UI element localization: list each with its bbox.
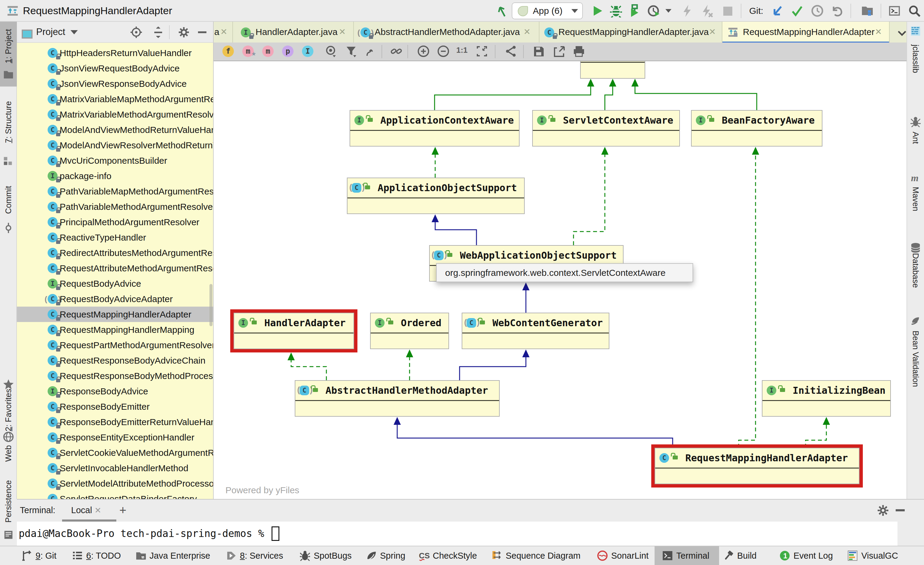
panel-editor-divider[interactable] [213, 22, 214, 499]
status-item-spring[interactable]: Spring [362, 546, 412, 565]
implements-edge[interactable] [739, 153, 756, 448]
status-item-build[interactable]: Build [718, 546, 765, 565]
implements-edge[interactable] [291, 359, 326, 380]
project-item-ServletCookieValueMethodArgumentResolver[interactable]: CServletCookieValueMethodArgumentResolve… [17, 445, 214, 460]
extends-interface-edge[interactable] [605, 85, 613, 110]
profiler-chevron-icon[interactable] [665, 9, 672, 13]
project-item-RequestMappingHandlerMapping[interactable]: CRequestMappingHandlerMapping [17, 322, 214, 337]
run-with-coverage-button[interactable] [628, 4, 641, 18]
link-icon[interactable] [390, 45, 403, 57]
show-methods-icon[interactable]: m [262, 45, 274, 57]
diagram-node-RequestMappingHandlerAdapter[interactable]: CRequestMappingHandlerAdapter [655, 448, 860, 484]
close-icon[interactable]: ✕ [524, 22, 530, 42]
navigate-back-icon[interactable] [496, 4, 509, 18]
project-item-ReactiveTypeHandler[interactable]: CReactiveTypeHandler [17, 230, 214, 245]
status-item-spotbugs[interactable]: SpotBugs [295, 546, 356, 565]
editor-tab-RequestMappingHandlerAdapter[interactable]: RequestMappingHandlerAdapter✕ [722, 22, 890, 44]
close-icon[interactable]: ✕ [875, 22, 882, 42]
project-item-MatrixVariableMapMethodArgumentResolver[interactable]: CMatrixVariableMapMethodArgumentResolver [17, 91, 214, 107]
edge-routing-icon[interactable] [364, 45, 377, 57]
search-everywhere-icon[interactable] [908, 4, 921, 18]
history-button[interactable] [811, 4, 824, 18]
project-item-RequestPartMethodArgumentResolver[interactable]: CRequestPartMethodArgumentResolver [17, 337, 214, 353]
status-item-java-enterprise[interactable]: EEJava Enterprise [131, 546, 223, 565]
extends-edge[interactable] [435, 221, 477, 245]
implements-edge[interactable] [573, 153, 605, 245]
project-item-ServletModelAttributeMethodProcessor[interactable]: CServletModelAttributeMethodProcessor [17, 476, 214, 491]
project-item-MvcUriComponentsBuilder[interactable]: CMvcUriComponentsBuilder [17, 153, 214, 168]
status-item--todo[interactable]: 6: TODO [68, 546, 123, 565]
panel-scrollbar-thumb[interactable] [210, 284, 213, 326]
status-item-terminal[interactable]: Terminal [655, 546, 719, 565]
extends-edge[interactable] [460, 356, 526, 380]
diagram-node-Ordered[interactable]: IOrdered [370, 313, 449, 349]
project-item-ServletRequestDataBinderFactory[interactable]: CServletRequestDataBinderFactory [17, 491, 214, 499]
project-item-RequestMappingHandlerAdapter[interactable]: CRequestMappingHandlerAdapter [17, 307, 214, 322]
status-item-sequence-diagram[interactable]: Sequence Diagram [487, 546, 584, 565]
profiler-button[interactable] [647, 4, 661, 18]
minimize-panel-icon[interactable] [896, 509, 905, 511]
diagram-node-WebContentGenerator[interactable]: C()WebContentGenerator [462, 313, 609, 349]
run-configuration-select[interactable]: App (6) [512, 2, 583, 19]
diagram-node-BeanFactoryAware[interactable]: IBeanFactoryAware [691, 110, 822, 147]
git-update-button[interactable] [771, 4, 784, 18]
hidden-tabs-chevron-icon[interactable] [896, 27, 908, 39]
project-item-MatrixVariableMethodArgumentResolver[interactable]: CMatrixVariableMethodArgumentResolver [17, 107, 214, 122]
project-item-HttpHeadersReturnValueHandler[interactable]: CHttpHeadersReturnValueHandler [17, 45, 214, 61]
close-icon[interactable]: ✕ [709, 22, 716, 42]
terminal-tab-local[interactable]: Local ✕ [71, 500, 101, 521]
close-icon[interactable]: ✕ [339, 22, 346, 42]
show-inner-classes-icon[interactable]: I [302, 45, 314, 57]
settings-gear-icon[interactable] [177, 26, 190, 39]
status-item--services[interactable]: 8: Services [221, 546, 295, 565]
diagram-node-ServletContextAware[interactable]: IServletContextAware [532, 110, 680, 147]
show-fields-icon[interactable]: f [222, 45, 234, 57]
editor-tab-a[interactable]: a✕ [214, 22, 233, 44]
show-properties-icon[interactable]: p [282, 45, 294, 57]
project-item-ResponseBodyAdvice[interactable]: IResponseBodyAdvice [17, 383, 214, 399]
zoom-out-icon[interactable] [437, 45, 450, 57]
project-item-PrincipalMethodArgumentResolver[interactable]: CPrincipalMethodArgumentResolver [17, 214, 214, 230]
run-button[interactable] [591, 4, 604, 18]
editor-tab-RequestMappingHandlerAdapter.java[interactable]: CRequestMappingHandlerAdapter.java✕ [540, 22, 722, 44]
project-item-ResponseBodyEmitterReturnValueHandler[interactable]: CResponseBodyEmitterReturnValueHandler [17, 414, 214, 430]
extends-interface-edge[interactable] [635, 85, 757, 110]
export-icon[interactable] [553, 45, 566, 57]
project-item-RequestAttributeMethodArgumentResolver[interactable]: CRequestAttributeMethodArgumentResolver [17, 260, 214, 276]
project-item-ResponseBodyEmitter[interactable]: CResponseBodyEmitter [17, 399, 214, 414]
chevron-down-icon[interactable] [70, 30, 78, 35]
editor-tab-AbstractHandlerMethodAdapter.java[interactable]: (C)AbstractHandlerMethodAdapter.java✕ [354, 22, 540, 44]
close-icon[interactable]: ✕ [220, 22, 227, 42]
close-icon[interactable]: ✕ [94, 506, 101, 515]
status-item-sonarlint[interactable]: SonarLint [592, 546, 657, 565]
project-item-RequestBodyAdvice[interactable]: IRequestBodyAdvice [17, 276, 214, 291]
collapse-all-icon[interactable] [152, 26, 165, 39]
terminal-window-icon[interactable] [888, 4, 901, 18]
visibility-icon[interactable] [324, 45, 337, 57]
status-item-event-log[interactable]: 1Event Log [775, 546, 840, 565]
project-item-RequestResponseBodyAdviceChain[interactable]: CRequestResponseBodyAdviceChain [17, 353, 214, 368]
diagram-canvas[interactable]: Powered by yFiles IApplicationContextAwa… [214, 61, 906, 499]
project-item-package-info[interactable]: Ipackage-info [17, 168, 214, 183]
diagram-node-partial[interactable] [580, 61, 645, 79]
project-item-ModelAndViewResolverMethodReturnValueHandler[interactable]: CModelAndViewResolverMethodReturnValueHa… [17, 137, 214, 153]
locate-file-icon[interactable] [130, 26, 142, 39]
extends-edge[interactable] [397, 424, 673, 445]
diagram-node-InitializingBean[interactable]: IInitializingBean [762, 380, 891, 417]
diagram-node-ApplicationObjectSupport[interactable]: C()ApplicationObjectSupport [347, 177, 525, 214]
project-item-JsonViewResponseBodyAdvice[interactable]: CJsonViewResponseBodyAdvice [17, 76, 214, 91]
status-item-visualgc[interactable]: VisualGC [843, 546, 903, 565]
project-item-ResponseEntityExceptionHandler[interactable]: CResponseEntityExceptionHandler [17, 430, 214, 445]
hide-panel-icon[interactable] [198, 32, 207, 33]
diagram-node-AbstractHandlerMethodAdapter[interactable]: C()AbstractHandlerMethodAdapter [295, 380, 500, 417]
project-item-ServletInvocableHandlerMethod[interactable]: CServletInvocableHandlerMethod [17, 460, 214, 476]
fit-content-icon[interactable] [476, 45, 488, 57]
diagram-node-ApplicationContextAware[interactable]: IApplicationContextAware [350, 110, 519, 147]
print-icon[interactable] [573, 45, 585, 57]
status-item--git[interactable]: 9: Git [17, 546, 68, 565]
project-item-PathVariableMapMethodArgumentResolver[interactable]: CPathVariableMapMethodArgumentResolver [17, 183, 214, 199]
project-item-JsonViewRequestBodyAdvice[interactable]: CJsonViewRequestBodyAdvice [17, 61, 214, 76]
project-item-RequestResponseBodyMethodProcessor[interactable]: CRequestResponseBodyMethodProcessor [17, 368, 214, 383]
project-item-ModelAndViewMethodReturnValueHandler[interactable]: CModelAndViewMethodReturnValueHandler [17, 122, 214, 137]
editor-tab-HandlerAdapter.java[interactable]: IHandlerAdapter.java✕ [233, 22, 354, 44]
